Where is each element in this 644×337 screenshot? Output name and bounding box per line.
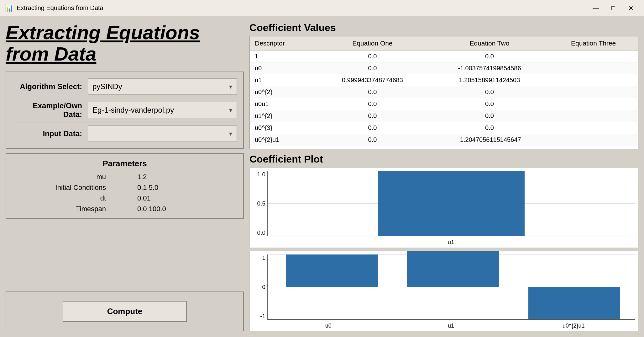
title-bar: 📊 Extracting Equations from Data — □ ✕ xyxy=(0,0,644,16)
col-eq2: Equation Two xyxy=(430,36,549,51)
chart1-y-mid: 0.5 xyxy=(257,200,265,207)
cell-eq3 xyxy=(549,146,638,149)
title-bar-title: Extracting Equations from Data xyxy=(17,4,103,12)
algorithm-label: Algorithm Select: xyxy=(13,82,88,91)
table-row: u0u10.00.0 xyxy=(250,98,638,110)
cell-descriptor: u0 xyxy=(250,62,315,74)
param-name: mu xyxy=(13,173,125,181)
cell-eq1: 0.9999433748774683 xyxy=(315,74,430,86)
cell-eq2: 0.0 xyxy=(430,86,549,98)
close-button[interactable]: ✕ xyxy=(623,2,639,14)
params-grid: mu1.2Initial Conditions0.1 5.0dt0.01Time… xyxy=(13,173,237,213)
cell-eq2: 0.0 xyxy=(430,122,549,134)
chart2-bar-u0 xyxy=(286,254,378,287)
cell-eq2: 0.0 xyxy=(430,110,549,122)
params-section: Parameters mu1.2Initial Conditions0.1 5.… xyxy=(6,153,244,219)
table-row: u0^{2}u10.0-1.2047056115145647 xyxy=(250,134,638,146)
cell-eq1: 0.0 xyxy=(315,146,430,149)
title-bar-controls: — □ ✕ xyxy=(588,2,639,14)
maximize-button[interactable]: □ xyxy=(605,2,621,14)
cell-descriptor: u1 xyxy=(250,74,315,86)
param-name: Timespan xyxy=(13,205,125,213)
cell-descriptor: u0^{2} xyxy=(250,86,315,98)
cell-descriptor: u0u1^{2} xyxy=(250,146,315,149)
col-eq1: Equation One xyxy=(315,36,430,51)
example-arrow-icon: ▾ xyxy=(229,106,232,114)
col-eq3: Equation Three xyxy=(549,36,638,51)
spacer xyxy=(6,223,244,287)
params-title: Parameters xyxy=(13,159,237,168)
minimize-button[interactable]: — xyxy=(588,2,604,14)
title-bar-left: 📊 Extracting Equations from Data xyxy=(5,4,103,12)
cell-eq3 xyxy=(549,74,638,86)
cell-eq3 xyxy=(549,62,638,74)
input-label: Input Data: xyxy=(13,129,88,138)
example-value: Eg-1-sindy-vanderpol.py xyxy=(92,106,174,115)
cell-descriptor: u1^{2} xyxy=(250,110,315,122)
table-header-row: Descriptor Equation One Equation Two Equ… xyxy=(250,36,638,51)
right-panel: Coefficient Values Descriptor Equation O… xyxy=(249,22,638,331)
chart2-bar-u1 xyxy=(407,251,499,287)
param-value: 0.0 100.0 xyxy=(125,205,237,213)
table-row: u0^{3}0.00.0 xyxy=(250,122,638,134)
coeff-table-container[interactable]: Descriptor Equation One Equation Two Equ… xyxy=(249,36,638,149)
cell-descriptor: u0^{3} xyxy=(250,122,315,134)
cell-eq2: 0.0 xyxy=(430,51,549,62)
coeff-table: Descriptor Equation One Equation Two Equ… xyxy=(250,36,638,149)
input-select[interactable]: ▾ xyxy=(88,126,237,142)
cell-eq2: 1.2051589911424503 xyxy=(430,74,549,86)
chart2-box: 1 0 -1 xyxy=(249,251,638,331)
cell-descriptor: u0u1 xyxy=(250,98,315,110)
chart1-bar-u1 xyxy=(378,171,525,236)
chart1-x-label: u1 xyxy=(267,239,635,246)
example-row: Example/Own Data: Eg-1-sindy-vanderpol.p… xyxy=(13,98,237,122)
cell-eq3 xyxy=(549,51,638,62)
cell-eq2: 0.0 xyxy=(430,146,549,149)
coeff-table-body: 10.00.0u00.0-1.0037574199854586u10.99994… xyxy=(250,51,638,149)
cell-eq1: 0.0 xyxy=(315,122,430,134)
example-label: Example/Own Data: xyxy=(13,101,88,119)
input-arrow-icon: ▾ xyxy=(229,130,232,137)
compute-button[interactable]: Compute xyxy=(63,301,187,322)
example-select[interactable]: Eg-1-sindy-vanderpol.py ▾ xyxy=(88,102,237,118)
cell-eq3 xyxy=(549,98,638,110)
coeff-values-section: Coefficient Values Descriptor Equation O… xyxy=(249,22,638,149)
param-name: Initial Conditions xyxy=(13,184,125,192)
cell-eq1: 0.0 xyxy=(315,98,430,110)
cell-eq1: 0.0 xyxy=(315,62,430,74)
cell-eq2: -1.2047056115145647 xyxy=(430,134,549,146)
cell-eq2: -1.0037574199854586 xyxy=(430,62,549,74)
main-container: Extracting Equations from Data Algorithm… xyxy=(0,16,644,337)
algorithm-value: pySINDy xyxy=(92,82,122,91)
chart1-box: 1.0 0.5 0.0 u1 xyxy=(249,168,638,248)
cell-eq3 xyxy=(549,110,638,122)
chart2-y-top: 1 xyxy=(262,254,265,261)
coeff-values-title: Coefficient Values xyxy=(249,22,638,34)
algorithm-select[interactable]: pySINDy ▾ xyxy=(88,78,237,95)
algorithm-row: Algorithm Select: pySINDy ▾ xyxy=(13,75,237,98)
input-row: Input Data: ▾ xyxy=(13,122,237,145)
table-row: u1^{2}0.00.0 xyxy=(250,110,638,122)
table-row: 10.00.0 xyxy=(250,51,638,62)
table-row: u0^{2}0.00.0 xyxy=(250,86,638,98)
cell-eq2: 0.0 xyxy=(430,98,549,110)
chart2-x-labels: u0 u1 u0^{2}u1 xyxy=(267,323,635,329)
cell-descriptor: u0^{2}u1 xyxy=(250,134,315,146)
param-name: dt xyxy=(13,194,125,202)
cell-eq3 xyxy=(549,134,638,146)
cell-eq1: 0.0 xyxy=(315,86,430,98)
app-icon: 📊 xyxy=(5,4,13,12)
coeff-plot-section: Coefficient Plot 1.0 0.5 0.0 xyxy=(249,153,638,331)
algorithm-arrow-icon: ▾ xyxy=(229,83,232,90)
cell-eq1: 0.0 xyxy=(315,51,430,62)
page-title: Extracting Equations from Data xyxy=(6,22,244,67)
chart1-y-bot: 0.0 xyxy=(257,229,265,236)
cell-eq1: 0.0 xyxy=(315,110,430,122)
left-panel: Extracting Equations from Data Algorithm… xyxy=(6,22,244,331)
param-value: 0.1 5.0 xyxy=(125,184,237,192)
param-value: 0.01 xyxy=(125,194,237,202)
chart2-y-mid: 0 xyxy=(262,284,265,291)
param-value: 1.2 xyxy=(125,173,237,181)
col-descriptor: Descriptor xyxy=(250,36,315,51)
cell-eq3 xyxy=(549,122,638,134)
